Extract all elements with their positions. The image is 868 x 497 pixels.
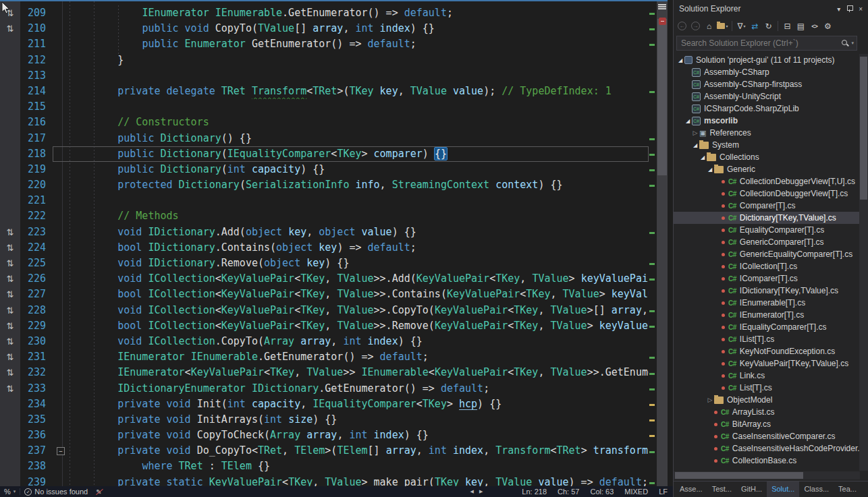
code-line-232[interactable]: ⇅232 IEnumerator<KeyValuePair<TKey, TVal…	[0, 365, 668, 380]
code-line-209[interactable]: ⇅209 IEnumerator IEnumerable.GetEnumerat…	[0, 5, 668, 21]
code-line-223[interactable]: ⇅223 void IDictionary.Add(object key, ob…	[0, 225, 668, 240]
override-arrows-icon[interactable]: ⇅	[0, 256, 20, 271]
sync-active-document-icon[interactable]: ⇄	[749, 20, 761, 32]
edit-tracking-control[interactable]: ✎	[92, 486, 105, 497]
tree-item[interactable]: C#EqualityComparer[T].cs	[674, 224, 860, 236]
properties-icon[interactable]: ⚙	[822, 20, 834, 32]
document-health-indicator[interactable]	[659, 18, 666, 25]
tool-window-tab-4[interactable]: Solut...	[767, 481, 799, 497]
code-line-213[interactable]: 213	[0, 68, 668, 84]
tree-item[interactable]: C#GenericEqualityComparer[T].cs	[674, 248, 860, 260]
tree-item[interactable]: C#BitArray.cs	[674, 418, 860, 430]
issues-indicator[interactable]: ✓ No issues found	[20, 486, 92, 497]
override-arrows-icon[interactable]: ⇅	[0, 365, 20, 380]
tree-item[interactable]: C#CaseInsensitiveComparer.cs	[674, 430, 860, 442]
tree-item[interactable]: C#Assembly-CSharp-firstpass	[674, 78, 860, 90]
zoom-control[interactable]: % ▾	[0, 486, 20, 497]
code-line-212[interactable]: 212 }	[0, 53, 668, 68]
code-line-219[interactable]: 219 public Dictionary(int capacity) {}	[0, 162, 668, 177]
override-arrows-icon[interactable]: ⇅	[0, 318, 20, 334]
override-arrows-icon[interactable]: ⇅	[0, 240, 20, 256]
override-arrows-icon[interactable]: ⇅	[0, 287, 20, 302]
scrollbar-thumb[interactable]	[657, 19, 667, 175]
code-line-211[interactable]: 211 public Enumerator GetEnumerator() =>…	[0, 36, 668, 52]
expander-expanded-icon[interactable]: ◢	[699, 154, 707, 160]
back-icon[interactable]: ←	[676, 20, 688, 32]
code-line-236[interactable]: 236 private void CopyToCheck(Array array…	[0, 428, 668, 443]
tree-item[interactable]: C#ArrayList.cs	[674, 406, 860, 418]
tree-vertical-scrollbar[interactable]	[859, 54, 868, 471]
override-arrows-icon[interactable]: ⇅	[0, 271, 20, 287]
search-box[interactable]: ▾	[676, 36, 857, 51]
code-line-234[interactable]: 234 private void Init(int capacity, IEqu…	[0, 397, 668, 412]
chevron-down-icon[interactable]: ▾	[837, 5, 840, 13]
tree-item[interactable]: C#IComparer[T].cs	[674, 272, 860, 285]
expander-expanded-icon[interactable]: ◢	[684, 118, 692, 124]
tree-item[interactable]: C#IEnumerable[T].cs	[674, 297, 860, 309]
tree-item[interactable]: ◢C#mscorlib	[674, 115, 860, 127]
code-line-216[interactable]: 216 // Constructors	[0, 115, 668, 130]
tool-window-tab-1[interactable]: Asse...	[675, 481, 707, 497]
home-icon[interactable]: ⌂	[703, 20, 715, 32]
tree-item[interactable]: C#Assembly-CSharp	[674, 66, 860, 78]
tree-item[interactable]: C#IEnumerator[T].cs	[674, 309, 860, 321]
code-line-229[interactable]: ⇅229 bool ICollection<KeyValuePair<TKey,…	[0, 318, 668, 334]
tree-item[interactable]: ◢System	[674, 139, 860, 151]
tree-item[interactable]: ▷▣References	[674, 127, 860, 139]
refresh-icon[interactable]: ↻	[763, 20, 774, 32]
expander-expanded-icon[interactable]: ◢	[676, 57, 684, 63]
expander-expanded-icon[interactable]: ◢	[706, 167, 714, 173]
tree-item[interactable]: C#ICollection[T].cs	[674, 260, 860, 272]
code-line-217[interactable]: 217 public Dictionary() {}	[0, 131, 668, 146]
tree-item[interactable]: ◢Generic	[674, 163, 860, 175]
code-line-218[interactable]: 218 public Dictionary(IEqualityComparer<…	[0, 146, 668, 162]
tree-item[interactable]: C#Comparer[T].cs	[674, 200, 860, 212]
tree-item[interactable]: C#Dictionary[TKey,TValue].cs	[674, 212, 860, 224]
code-line-214[interactable]: 214 private delegate TRet Transform<TRet…	[0, 84, 668, 99]
editor-split-grip-icon[interactable]	[658, 4, 666, 11]
tree-item[interactable]: C#IEqualityComparer[T].cs	[674, 321, 860, 333]
override-arrows-icon[interactable]: ⇅	[0, 225, 20, 240]
tree-horizontal-scrollbar[interactable]	[674, 471, 860, 479]
code-line-224[interactable]: ⇅224 bool IDictionary.Contains(object ke…	[0, 240, 668, 256]
tree-item[interactable]: C#List[T].cs	[674, 382, 860, 394]
tree-item[interactable]: C#Link.cs	[674, 370, 860, 382]
tree-item[interactable]: C#KeyValuePair[TKey,TValue].cs	[674, 357, 860, 370]
code-line-210[interactable]: ⇅210 public void CopyTo(TValue[] array, …	[0, 21, 668, 36]
code-line-230[interactable]: ⇅230 void ICollection.CopyTo(Array array…	[0, 334, 668, 349]
code-line-226[interactable]: ⇅226 void ICollection<KeyValuePair<TKey,…	[0, 271, 668, 287]
tool-window-tab-2[interactable]: Test...	[707, 481, 736, 497]
panel-title-bar[interactable]: Solution Explorer ▾×	[674, 0, 868, 18]
override-arrows-icon[interactable]: ⇅	[0, 21, 20, 36]
code-line-237[interactable]: 237− private void Do_CopyTo<TRet, TElem>…	[0, 443, 668, 459]
tree-item[interactable]: C#ICSharpCode.SharpZipLib	[674, 103, 860, 115]
tool-window-tab-5[interactable]: Class...	[799, 481, 834, 497]
filter-icon[interactable]: ∇▾	[736, 20, 747, 32]
status-nav-arrows[interactable]: ◀▶	[470, 489, 483, 494]
tree-item[interactable]: C#CollectionBase.cs	[674, 455, 860, 467]
code-line-235[interactable]: 235 private void InitArrays(int size) {}	[0, 412, 668, 428]
tree-item[interactable]: ◢Solution 'project-gui' (11 of 11 projec…	[674, 54, 860, 66]
tree-item[interactable]: C#CollectionDebuggerView[T].cs	[674, 187, 860, 200]
column-indicator[interactable]: Col: 63	[590, 488, 614, 496]
override-arrows-icon[interactable]: ⇅	[0, 349, 20, 365]
fold-margin[interactable]: −	[53, 443, 69, 459]
code-line-221[interactable]: 221	[0, 193, 668, 208]
scrollbar-thumb[interactable]	[675, 472, 803, 479]
code-editor[interactable]: ⇅209 IEnumerator IEnumerable.GetEnumerat…	[0, 0, 668, 486]
search-input[interactable]	[677, 38, 839, 48]
code-line-227[interactable]: ⇅227 bool ICollection<KeyValuePair<TKey,…	[0, 287, 668, 302]
fold-collapse-icon[interactable]: −	[57, 447, 65, 455]
code-line-239[interactable]: 239 private static KeyValuePair<TKey, TV…	[0, 475, 668, 486]
expander-expanded-icon[interactable]: ◢	[691, 142, 699, 148]
close-icon[interactable]: ×	[859, 5, 863, 13]
expander-collapsed-icon[interactable]: ▷	[691, 129, 699, 136]
code-line-228[interactable]: ⇅228 void ICollection<KeyValuePair<TKey,…	[0, 303, 668, 318]
encoding-indicator[interactable]: MIXED	[624, 488, 648, 496]
eol-indicator[interactable]: LF	[659, 488, 668, 496]
code-line-222[interactable]: 222 // Methods	[0, 208, 668, 224]
code-line-220[interactable]: 220 protected Dictionary(SerializationIn…	[0, 177, 668, 193]
tree-item[interactable]: C#KeyNotFoundException.cs	[674, 345, 860, 357]
tool-window-tab-3[interactable]: GitH...	[736, 481, 767, 497]
tree-item[interactable]: C#IDictionary[TKey,TValue].cs	[674, 285, 860, 297]
